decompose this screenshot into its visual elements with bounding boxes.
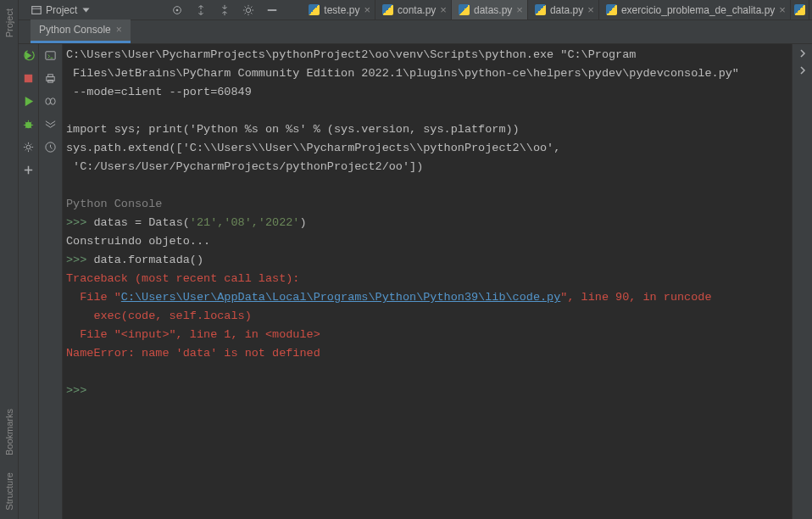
console-line: 'C:/Users/User/PycharmProjects/pythonPro… bbox=[66, 160, 423, 173]
gutter-project-label: Project bbox=[4, 8, 14, 37]
prompt: >>> bbox=[66, 216, 86, 229]
traceback-line: File "<input>", line 1, in <module> bbox=[66, 328, 320, 341]
console-output-line: Construindo objeto... bbox=[66, 235, 210, 248]
python-console-tab[interactable]: Python Console × bbox=[31, 20, 131, 43]
svg-rect-5 bbox=[268, 9, 277, 11]
svg-point-13 bbox=[46, 98, 51, 105]
right-fold-gutter bbox=[792, 44, 812, 519]
svg-point-3 bbox=[176, 8, 179, 11]
tab-datas[interactable]: datas.py × bbox=[452, 0, 528, 20]
tab-label: teste.py bbox=[324, 4, 359, 16]
project-icon bbox=[31, 4, 42, 16]
svg-rect-11 bbox=[48, 75, 53, 77]
tab-teste[interactable]: teste.py × bbox=[302, 0, 375, 20]
console-line: sys.path.extend(['C:\\Users\\User\\Pycha… bbox=[66, 142, 560, 154]
python-icon bbox=[382, 4, 393, 15]
gear-icon[interactable] bbox=[242, 4, 254, 16]
show-vars-icon[interactable] bbox=[44, 95, 57, 108]
traceback-line: ", line 90, in runcode bbox=[560, 291, 711, 304]
hide-icon[interactable] bbox=[266, 4, 278, 16]
console-input: ) bbox=[299, 216, 306, 229]
tab-conta[interactable]: conta.py × bbox=[375, 0, 452, 20]
main-area: Project teste.py × conta.py × bbox=[19, 0, 812, 519]
close-icon[interactable]: × bbox=[116, 24, 122, 36]
gutter-project[interactable]: Project bbox=[0, 0, 18, 46]
settings-icon[interactable] bbox=[22, 141, 35, 153]
tool-tab-label: Python Console bbox=[39, 24, 111, 36]
debug-icon[interactable] bbox=[22, 118, 35, 131]
tab-overflow[interactable] bbox=[791, 0, 809, 20]
console-line: import sys; print('Python %s on %s' % (s… bbox=[66, 123, 520, 136]
svg-point-4 bbox=[247, 8, 251, 12]
python-icon bbox=[309, 4, 320, 15]
gutter-structure-label: Structure bbox=[4, 472, 14, 511]
history-icon[interactable] bbox=[44, 141, 57, 153]
close-icon[interactable]: × bbox=[516, 3, 523, 16]
svg-point-14 bbox=[51, 98, 56, 105]
svg-rect-0 bbox=[32, 6, 42, 14]
gutter-bookmarks-label: Bookmarks bbox=[4, 409, 14, 455]
svg-point-8 bbox=[26, 145, 31, 149]
tab-label: datas.py bbox=[474, 4, 512, 16]
tab-exercicio[interactable]: exercicio_problema_de_chalita.py × bbox=[599, 0, 791, 20]
chevron-right-icon[interactable] bbox=[798, 49, 807, 58]
traceback-line: exec(code, self.locals) bbox=[66, 310, 252, 322]
collapse-icon[interactable] bbox=[219, 4, 231, 16]
console-action-gutter bbox=[19, 44, 39, 519]
python-console-label: Python Console bbox=[66, 198, 162, 210]
browse-data-icon[interactable] bbox=[44, 118, 57, 131]
left-gutter: Project Bookmarks Structure bbox=[0, 0, 19, 519]
top-toolbar: Project teste.py × conta.py × bbox=[19, 0, 812, 20]
close-icon[interactable]: × bbox=[587, 3, 594, 16]
gutter-bookmarks[interactable]: Bookmarks bbox=[0, 400, 18, 464]
project-dropdown[interactable]: Project bbox=[19, 0, 95, 20]
file-link[interactable]: C:\Users\User\AppData\Local\Programs\Pyt… bbox=[121, 291, 560, 304]
console-output[interactable]: C:\Users\User\PycharmProjects\pythonProj… bbox=[63, 44, 792, 519]
console-panel: C:\Users\User\PycharmProjects\pythonProj… bbox=[19, 44, 812, 519]
python-icon bbox=[606, 4, 617, 15]
add-icon[interactable] bbox=[22, 164, 35, 176]
tab-label: conta.py bbox=[398, 4, 436, 16]
editor-tabs: teste.py × conta.py × datas.py × data.py… bbox=[302, 0, 809, 20]
console-input: datas = Datas( bbox=[86, 216, 190, 229]
string-literal: '21','08','2022' bbox=[190, 216, 300, 229]
run-icon[interactable] bbox=[22, 95, 35, 108]
python-icon bbox=[459, 4, 470, 15]
python-icon bbox=[535, 4, 546, 15]
python-icon bbox=[794, 4, 805, 15]
tab-label: data.py bbox=[550, 4, 583, 16]
project-label: Project bbox=[46, 4, 77, 16]
stop-icon[interactable] bbox=[22, 72, 35, 85]
rerun-icon[interactable] bbox=[22, 49, 35, 62]
tab-label: exercicio_problema_de_chalita.py bbox=[621, 4, 775, 16]
svg-rect-6 bbox=[25, 75, 32, 82]
print-icon[interactable] bbox=[44, 72, 57, 85]
close-icon[interactable]: × bbox=[440, 3, 447, 16]
console-input: data.formatada() bbox=[86, 254, 203, 266]
close-icon[interactable]: × bbox=[779, 3, 786, 16]
console-line: C:\Users\User\PycharmProjects\pythonProj… bbox=[66, 48, 636, 61]
close-icon[interactable]: × bbox=[364, 3, 370, 16]
tool-window-tabs: Python Console × bbox=[19, 20, 812, 44]
chevron-down-icon bbox=[83, 8, 90, 12]
error-line: NameError: name 'data' is not defined bbox=[66, 347, 320, 360]
expand-icon[interactable] bbox=[195, 4, 207, 16]
tab-data[interactable]: data.py × bbox=[528, 0, 599, 20]
traceback-line: File " bbox=[66, 291, 121, 304]
chevron-right-icon[interactable] bbox=[798, 66, 807, 75]
prompt: >>> bbox=[66, 384, 86, 397]
traceback-header: Traceback (most recent call last): bbox=[66, 272, 299, 285]
execute-icon[interactable] bbox=[44, 49, 57, 62]
console-view-gutter bbox=[39, 44, 63, 519]
target-icon[interactable] bbox=[171, 4, 183, 16]
console-line: --mode=client --port=60849 bbox=[66, 86, 252, 98]
toolbar-icons bbox=[163, 4, 286, 16]
gutter-structure[interactable]: Structure bbox=[0, 464, 18, 519]
prompt: >>> bbox=[66, 254, 86, 266]
console-line: Files\JetBrains\PyCharm Community Editio… bbox=[66, 67, 739, 80]
